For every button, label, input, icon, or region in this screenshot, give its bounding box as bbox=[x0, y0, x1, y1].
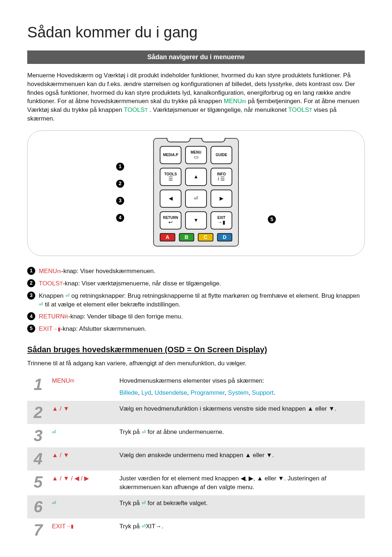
subtext: Trinnene til at få adgang kan variere, a… bbox=[27, 359, 365, 368]
menu-item: Billede bbox=[119, 389, 138, 396]
legend-text: TOOLST-knap: Viser værktøjsmenuerne, når… bbox=[39, 279, 365, 288]
step-desc: Tryk på ⏎ for at bekræfte valget. bbox=[117, 495, 365, 519]
legend-number: 4 bbox=[27, 312, 35, 320]
remote-diagram: 1 2 3 4 MEDIA.P MENU▭ GUIDE TOOLS☰ ▲ INF… bbox=[27, 130, 365, 256]
step-desc: Vælg den ønskede undermenu med knappen ▲… bbox=[117, 447, 365, 471]
subhead: Sådan bruges hovedskærmmenuen (OSD = On … bbox=[27, 344, 365, 355]
menu-item: Lyd bbox=[142, 389, 151, 396]
remote-body: MEDIA.P MENU▭ GUIDE TOOLS☰ ▲ INFOi ☰ ◀ ⏎… bbox=[153, 138, 239, 247]
legend-text: Knappen ⏎ og retningsknapper: Brug retni… bbox=[39, 292, 365, 309]
step-row: 1MENUmHovedmenuskærmens elementer vises … bbox=[27, 373, 365, 401]
step-row: 7EXIT→▮Tryk på ⏎XIT→. bbox=[27, 519, 365, 542]
intro-paragraph: Menuerne Hovedskærm og Værktøj i dit pro… bbox=[27, 71, 365, 123]
enter-icon: ⏎ bbox=[142, 500, 146, 507]
section-bar: Sådan navigerer du i menuerne bbox=[27, 50, 365, 64]
step-desc: Juster værdien for et element med knappe… bbox=[117, 471, 365, 495]
step-key: ⏎ bbox=[49, 424, 117, 447]
step-key: ⏎ bbox=[49, 495, 117, 519]
tools-keyword-2: TOOLST bbox=[288, 106, 312, 113]
menu-item: Programmer bbox=[191, 389, 225, 396]
step-number: 1 bbox=[27, 373, 49, 401]
step-row: 4▲ / ▼Vælg den ønskede undermenu med kna… bbox=[27, 447, 365, 471]
legend-keyword: TOOLS bbox=[39, 280, 60, 287]
step-number: 6 bbox=[27, 495, 49, 519]
callout-3: 3 bbox=[116, 197, 124, 205]
enter-button: ⏎ bbox=[185, 190, 207, 208]
guide-button: GUIDE bbox=[211, 146, 232, 164]
intro-text-c: . Værktøjsmenuer er tilgængelige, når me… bbox=[150, 106, 288, 113]
enter-icon: ⏎ bbox=[65, 292, 70, 300]
callouts-left: 1 2 3 4 bbox=[116, 163, 124, 222]
legend-keyword: RETURN bbox=[39, 313, 65, 320]
step-key: ▲ / ▼ bbox=[49, 447, 117, 471]
step-number: 7 bbox=[27, 519, 49, 542]
legend-keyword: EXIT bbox=[39, 325, 53, 332]
callouts-right: 5 bbox=[268, 161, 276, 223]
color-d-button: D bbox=[217, 233, 233, 241]
step-key: MENUm bbox=[49, 373, 117, 401]
down-button: ▼ bbox=[185, 211, 207, 229]
color-b-button: B bbox=[179, 233, 195, 241]
step-key: EXIT→▮ bbox=[49, 519, 117, 542]
callout-2: 2 bbox=[116, 180, 124, 188]
enter-icon: ⏎ bbox=[52, 500, 56, 507]
callout-5: 5 bbox=[268, 215, 276, 223]
enter-icon: ⏎ bbox=[142, 429, 146, 436]
callout-4: 4 bbox=[116, 214, 124, 222]
steps-table: 1MENUmHovedmenuskærmens elementer vises … bbox=[27, 373, 365, 542]
step-desc: Tryk på ⏎XIT→. bbox=[117, 519, 365, 542]
menu-item: System bbox=[228, 389, 249, 396]
legend-text: RETURNR-knap: Vender tilbage til den for… bbox=[39, 312, 365, 321]
color-c-button: C bbox=[198, 233, 213, 241]
unknown-button-r bbox=[201, 138, 225, 142]
menu-item: Udsendelse bbox=[155, 389, 187, 396]
unknown-button-l bbox=[167, 138, 191, 142]
step-key: ▲ / ▼ / ◀ / ▶ bbox=[49, 471, 117, 495]
step-desc: Tryk på ⏎ for at åbne undermenuerne. bbox=[117, 424, 365, 447]
tools-keyword: TOOLST bbox=[124, 106, 148, 113]
legend-number: 3 bbox=[27, 292, 35, 300]
info-button: INFOi ☰ bbox=[211, 168, 232, 186]
legend-number: 2 bbox=[27, 279, 35, 287]
step-desc: Vælg en hovedmenufunktion i skærmens ven… bbox=[117, 401, 365, 424]
up-button: ▲ bbox=[185, 168, 207, 186]
step-row: 3⏎Tryk på ⏎ for at åbne undermenuerne. bbox=[27, 424, 365, 447]
legend-keyword: MENU bbox=[39, 268, 57, 275]
enter-icon: ⏎ bbox=[142, 523, 146, 530]
legend-row: 4RETURNR-knap: Vender tilbage til den fo… bbox=[27, 312, 365, 321]
legend-row: 1MENUm-knap: Viser hovedskærmmenuen. bbox=[27, 267, 365, 276]
legend-row: 3Knappen ⏎ og retningsknapper: Brug retn… bbox=[27, 292, 365, 309]
enter-icon: ⏎ bbox=[39, 301, 43, 308]
legend-number: 1 bbox=[27, 267, 35, 275]
legend-row: 2TOOLST-knap: Viser værktøjsmenuerne, nå… bbox=[27, 279, 365, 288]
left-button: ◀ bbox=[160, 190, 181, 208]
step-key: ▲ / ▼ bbox=[49, 401, 117, 424]
mediap-button: MEDIA.P bbox=[160, 146, 181, 164]
menu-keyword: MENUm bbox=[224, 98, 246, 105]
right-button: ▶ bbox=[211, 190, 232, 208]
callout-1: 1 bbox=[116, 163, 124, 171]
page-title: Sådan kommer du i gang bbox=[27, 22, 365, 43]
step-row: 6⏎Tryk på ⏎ for at bekræfte valget. bbox=[27, 495, 365, 519]
step-row: 5▲ / ▼ / ◀ / ▶Juster værdien for et elem… bbox=[27, 471, 365, 495]
exit-button: EXIT→▮ bbox=[211, 211, 232, 229]
step-number: 5 bbox=[27, 471, 49, 495]
legend-text: EXIT→▮-knap: Afslutter skærmmenuen. bbox=[39, 325, 365, 333]
step-desc: Hovedmenuskærmens elementer vises på skæ… bbox=[117, 373, 365, 401]
step-row: 2▲ / ▼Vælg en hovedmenufunktion i skærme… bbox=[27, 401, 365, 424]
legend-text: MENUm-knap: Viser hovedskærmmenuen. bbox=[39, 267, 365, 276]
step-number: 4 bbox=[27, 447, 49, 471]
step-number: 2 bbox=[27, 401, 49, 424]
tools-button: TOOLS☰ bbox=[160, 168, 181, 186]
legend-row: 5EXIT→▮-knap: Afslutter skærmmenuen. bbox=[27, 325, 365, 333]
menu-button: MENU▭ bbox=[185, 146, 207, 164]
menu-item: Support bbox=[252, 389, 274, 396]
color-a-button: A bbox=[160, 233, 175, 241]
return-button: RETURN↩ bbox=[160, 211, 181, 229]
legend-number: 5 bbox=[27, 325, 35, 333]
legend: 1MENUm-knap: Viser hovedskærmmenuen.2TOO… bbox=[27, 267, 365, 333]
enter-icon: ⏎ bbox=[52, 429, 56, 436]
step-number: 3 bbox=[27, 424, 49, 447]
